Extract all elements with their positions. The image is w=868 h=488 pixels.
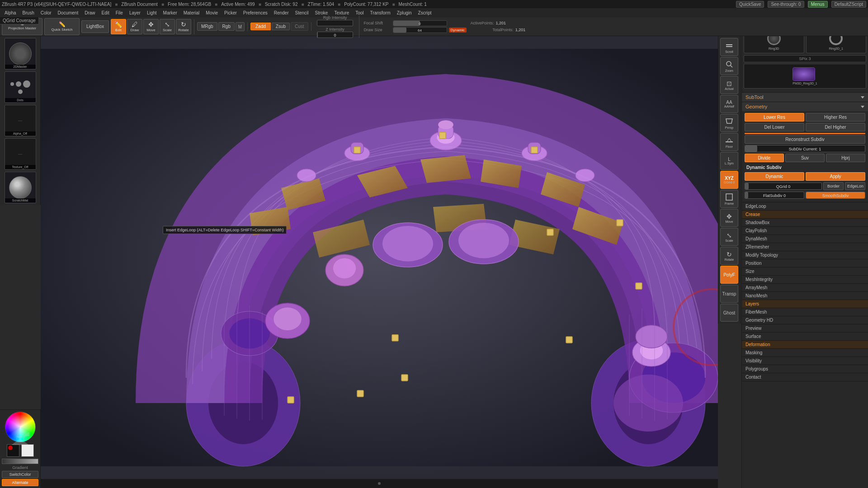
- hprj-button[interactable]: Hprj: [826, 154, 865, 162]
- rgb-intensity-slider[interactable]: [317, 20, 353, 26]
- dyna-mesh-item[interactable]: DynaMesh: [742, 235, 868, 243]
- xyz-button[interactable]: XYZ GGrid 0: [720, 171, 738, 189]
- floor-button[interactable]: Floor: [720, 133, 738, 151]
- geometry-header[interactable]: Geometry: [742, 102, 868, 111]
- menu-light[interactable]: Light: [144, 9, 160, 16]
- z-intensity-control[interactable]: Z Intensity 0: [317, 27, 353, 38]
- polygroups-item[interactable]: Polygroups: [742, 365, 868, 373]
- left-thumb-2dmaster[interactable]: 2DMaster: [5, 38, 36, 70]
- menu-edit[interactable]: Edit: [99, 9, 112, 16]
- quick-sketch-button[interactable]: ✏️ Quick Sketch: [44, 18, 80, 35]
- qgrid-slider[interactable]: QGrid 0: [745, 183, 822, 190]
- size-item[interactable]: Size: [742, 267, 868, 275]
- pm3d-brush-button[interactable]: PM3D_Ring3D_1: [744, 64, 866, 89]
- zadd-button[interactable]: Zadd: [250, 23, 271, 30]
- menu-preferences[interactable]: Preferences: [241, 9, 270, 16]
- left-thumb-material[interactable]: ScratchMat: [5, 172, 36, 203]
- subdiv-current-slider[interactable]: SubDiv Current: 1: [745, 145, 865, 152]
- surface-item[interactable]: Surface: [742, 333, 868, 340]
- frame-button[interactable]: Frame: [720, 190, 738, 208]
- polyf-button[interactable]: PolyF: [720, 266, 738, 284]
- mrgb-button[interactable]: MRgb: [197, 22, 217, 31]
- menu-movie[interactable]: Movie: [203, 9, 221, 16]
- rgb-button[interactable]: Rgb: [218, 22, 235, 31]
- divide-button[interactable]: Divide: [745, 154, 784, 162]
- edge-loop-item[interactable]: EdgeLoop: [742, 202, 868, 210]
- reconstruct-subdiv-button[interactable]: Reconstruct Subdiv: [745, 135, 865, 144]
- ghost-button[interactable]: Ghost: [720, 304, 738, 322]
- higher-res-button[interactable]: Higher Res: [806, 113, 865, 122]
- nano-mesh-item[interactable]: NanoMesh: [742, 292, 868, 300]
- array-mesh-item[interactable]: ArrayMesh: [742, 284, 868, 291]
- layers-item[interactable]: Layers: [742, 300, 868, 308]
- left-thumb-texture[interactable]: — Texture_Off: [5, 138, 36, 170]
- menu-transform[interactable]: Transform: [368, 9, 393, 16]
- position-item[interactable]: Position: [742, 259, 868, 267]
- menu-brush[interactable]: Brush: [20, 9, 37, 16]
- rgb-intensity-control[interactable]: Rgb Intensity: [317, 15, 353, 26]
- menu-picker[interactable]: Picker: [222, 9, 240, 16]
- rotate-rt-button[interactable]: ↻ Rotate: [720, 247, 738, 265]
- z-intensity-slider[interactable]: 0: [317, 32, 353, 38]
- model-display[interactable]: Insert EdgeLoop (ALT=Delete EdgeLoop SHI…: [41, 36, 718, 479]
- shadow-box-item[interactable]: ShadowBox: [742, 219, 868, 226]
- menu-zscript[interactable]: Zscript: [415, 9, 434, 16]
- switch-color-button[interactable]: SwitchColor: [2, 471, 38, 478]
- see-through[interactable]: See-through: 0: [768, 1, 804, 8]
- edgelon-button[interactable]: EdgeLon: [845, 182, 865, 190]
- zremesher-item[interactable]: ZRemesher: [742, 243, 868, 251]
- lower-res-button[interactable]: Lower Res: [745, 113, 804, 122]
- crease-item[interactable]: Crease: [742, 211, 868, 218]
- menu-alpha[interactable]: Alpha: [2, 9, 19, 16]
- spix-button[interactable]: SPix 3: [744, 55, 866, 62]
- quick-save-btn[interactable]: QuickSave: [736, 1, 764, 8]
- zsub-button[interactable]: Zsub: [272, 23, 290, 30]
- contact-item[interactable]: Contact: [742, 373, 868, 381]
- deformation-item[interactable]: Deformation: [742, 341, 868, 348]
- geometry-hd-item[interactable]: Geometry HD: [742, 316, 868, 324]
- menu-marker[interactable]: Marker: [160, 9, 180, 16]
- move-rt-button[interactable]: ✥ Move: [720, 209, 738, 227]
- visibility-item[interactable]: Visibility: [742, 357, 868, 365]
- flat-subdiv-slider[interactable]: FlatSubdiv 0: [745, 192, 804, 199]
- scroll-button[interactable]: Scroll: [720, 38, 738, 56]
- actual-button[interactable]: ⊡ Actual: [720, 76, 738, 94]
- aahalf-button[interactable]: AA AAHalf: [720, 95, 738, 113]
- local-sym-button[interactable]: L L.Sym: [720, 152, 738, 170]
- modify-topology-item[interactable]: Modify Topology: [742, 251, 868, 259]
- rotate-button[interactable]: ↻ Rotate: [176, 19, 191, 34]
- subtool-header[interactable]: SubTool: [742, 93, 868, 102]
- preview-item[interactable]: Preview: [742, 324, 868, 332]
- menu-zplugin[interactable]: Zplugin: [394, 9, 415, 16]
- transp-button[interactable]: Transp: [720, 285, 738, 303]
- alternate-button[interactable]: Alternate: [2, 479, 38, 486]
- menu-file[interactable]: File: [113, 9, 126, 16]
- m-button[interactable]: M: [236, 22, 245, 31]
- fiber-mesh-item[interactable]: FiberMesh: [742, 308, 868, 316]
- masking-item[interactable]: Masking: [742, 349, 868, 357]
- move-button[interactable]: ✥ Move: [143, 19, 159, 34]
- suv-button[interactable]: Suv: [785, 154, 825, 162]
- draw-size-slider[interactable]: 64: [393, 27, 447, 33]
- zoom-button[interactable]: Zoom: [720, 57, 738, 75]
- lightbox-button[interactable]: LightBox: [81, 20, 109, 33]
- apply-button[interactable]: Apply: [806, 172, 865, 181]
- gradient-bar[interactable]: [2, 459, 38, 464]
- dynamic-button[interactable]: Dynamic: [745, 172, 804, 181]
- menus-btn[interactable]: Menus: [808, 1, 828, 8]
- menu-render[interactable]: Render: [271, 9, 292, 16]
- persp-button[interactable]: Persp: [720, 114, 738, 132]
- menu-layer[interactable]: Layer: [127, 9, 143, 16]
- default-zscript[interactable]: DefaultZScript: [831, 1, 866, 8]
- left-thumb-alpha[interactable]: — Alpha_Off: [5, 105, 36, 136]
- menu-draw[interactable]: Draw: [82, 9, 98, 16]
- mesh-integrity-item[interactable]: MeshIntegrity: [742, 276, 868, 283]
- smooth-subdiv-slider[interactable]: SmoothSubdiv: [806, 192, 865, 199]
- del-lower-button[interactable]: Del Lower: [745, 123, 804, 131]
- border-button[interactable]: Border: [823, 182, 844, 190]
- menu-color[interactable]: Color: [38, 9, 54, 16]
- scale-button[interactable]: ⤡ Scale: [160, 19, 175, 34]
- cust-button[interactable]: Cust: [291, 22, 308, 31]
- canvas-area[interactable]: Insert EdgeLoop (ALT=Delete EdgeLoop SHI…: [41, 36, 718, 479]
- draw-button[interactable]: 🖊 Draw: [127, 19, 142, 34]
